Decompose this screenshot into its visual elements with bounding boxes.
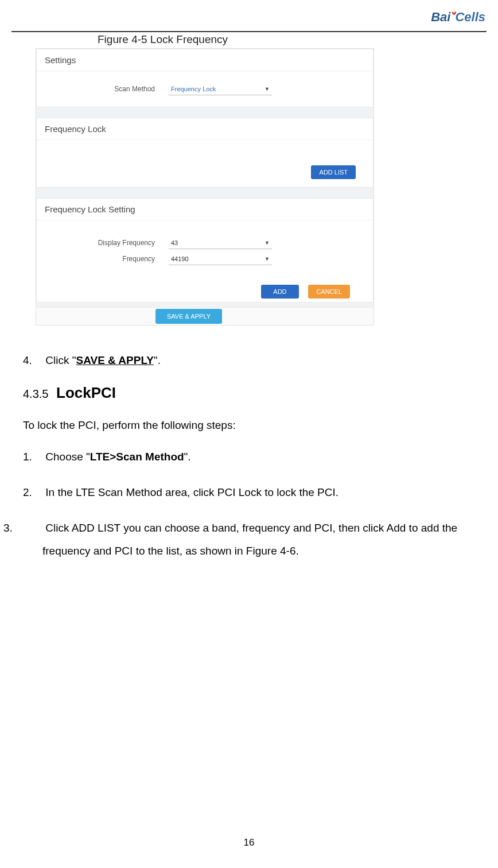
- logo-text-cells: Cells: [455, 10, 485, 24]
- step-3: 3. Click ADD LIST you can choose a band,…: [23, 517, 487, 563]
- add-button[interactable]: ADD: [261, 285, 299, 299]
- frequency-lock-panel: Frequency Lock ADD LIST: [36, 118, 374, 188]
- frequency-label: Frequency: [48, 255, 169, 263]
- document-body: 4. Click "SAVE & APPLY". 4.3.5 LockPCI T…: [23, 352, 487, 563]
- page-header: Bai༄Cells: [11, 0, 487, 32]
- frequency-lock-setting-title: Frequency Lock Setting: [37, 199, 373, 220]
- add-cancel-row: ADD CANCEL: [37, 277, 373, 302]
- step-text-post: ".: [154, 354, 161, 366]
- display-frequency-row: Display Frequency 43 ▼: [48, 237, 361, 249]
- brand-logo: Bai༄Cells: [431, 9, 485, 25]
- step-text-post: ".: [184, 451, 191, 463]
- settings-panel-title: Settings: [37, 49, 373, 71]
- step-text: In the LTE Scan Method area, click PCI L…: [45, 486, 339, 498]
- step-text-pre: Choose ": [45, 451, 90, 463]
- step-1: 1. Choose "LTE>Scan Method".: [23, 445, 487, 468]
- figure-caption: Figure 4-5 Lock Frequency: [98, 33, 487, 46]
- add-list-button[interactable]: ADD LIST: [311, 165, 356, 179]
- frequency-select[interactable]: 44190 ▼: [169, 253, 272, 265]
- section-title: LockPCI: [56, 384, 116, 401]
- step-text-bold: LTE>Scan Method: [90, 451, 184, 463]
- display-frequency-select[interactable]: 43 ▼: [169, 237, 272, 249]
- step-text-pre: Click ": [45, 354, 76, 366]
- step-2: 2. In the LTE Scan Method area, click PC…: [23, 481, 487, 504]
- step-number: 2.: [23, 481, 42, 504]
- intro-text: To lock the PCI, perform the following s…: [23, 419, 487, 432]
- page-number: 16: [0, 837, 498, 848]
- frequency-value: 44190: [171, 255, 189, 262]
- step-text-b: .: [295, 545, 298, 557]
- steps-list: 1. Choose "LTE>Scan Method". 2. In the L…: [23, 445, 487, 563]
- screenshot-figure: Settings Scan Method Frequency Lock ▼ Fr…: [36, 48, 374, 326]
- scan-method-value: Frequency Lock: [171, 86, 216, 92]
- step-number: 1.: [23, 445, 42, 468]
- chevron-down-icon: ▼: [264, 240, 270, 246]
- cancel-button[interactable]: CANCEL: [308, 285, 350, 299]
- frequency-lock-setting-panel: Frequency Lock Setting Display Frequency…: [36, 198, 374, 303]
- scan-method-select[interactable]: Frequency Lock ▼: [169, 83, 272, 95]
- scan-method-row: Scan Method Frequency Lock ▼: [48, 83, 361, 95]
- step-number: 3.: [23, 517, 42, 540]
- settings-panel: Settings Scan Method Frequency Lock ▼: [36, 49, 374, 107]
- section-heading: 4.3.5 LockPCI: [23, 384, 487, 402]
- section-number: 4.3.5: [23, 388, 48, 400]
- add-list-row: ADD LIST: [37, 157, 373, 187]
- frequency-row: Frequency 44190 ▼: [48, 253, 361, 265]
- display-frequency-value: 43: [171, 239, 178, 246]
- step-number: 4.: [23, 352, 42, 369]
- frequency-lock-title: Frequency Lock: [37, 118, 373, 140]
- step-text-bold: SAVE & APPLY: [76, 354, 154, 366]
- chevron-down-icon: ▼: [264, 86, 270, 92]
- save-apply-button[interactable]: SAVE & APPLY: [155, 309, 222, 324]
- save-apply-row: SAVE & APPLY: [36, 307, 374, 325]
- chevron-down-icon: ▼: [264, 256, 270, 262]
- display-frequency-label: Display Frequency: [48, 239, 169, 247]
- scan-method-label: Scan Method: [48, 85, 169, 93]
- step-4: 4. Click "SAVE & APPLY".: [23, 352, 487, 369]
- logo-text-bai: Bai: [431, 10, 450, 24]
- figure-reference: Figure 4-6: [246, 545, 296, 557]
